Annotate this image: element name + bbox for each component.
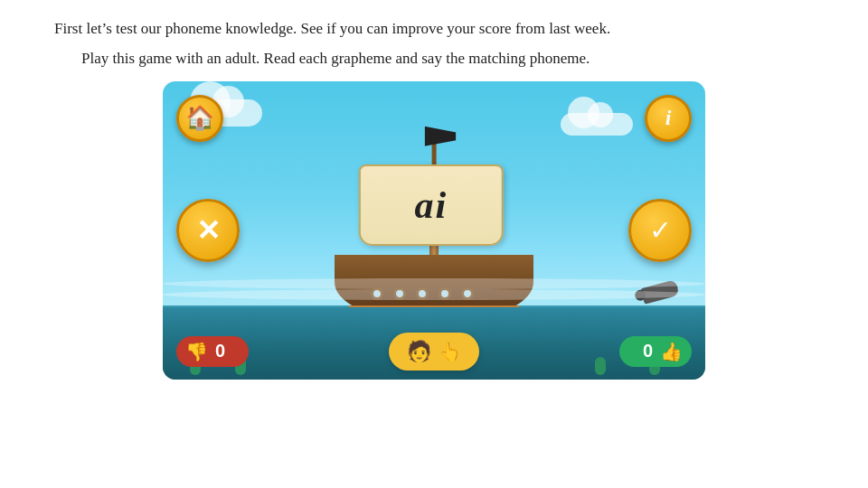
- help-person-icon: 🧑: [407, 340, 431, 363]
- home-button[interactable]: 🏠: [176, 95, 223, 142]
- page-container: First let’s test our phoneme knowledge. …: [0, 0, 868, 488]
- game-wrapper: 🏠 i ✕ ✓ ai: [163, 81, 705, 380]
- game-scene: 🏠 i ✕ ✓ ai: [163, 81, 705, 380]
- score-good-value: 0: [643, 341, 653, 361]
- sail: ai: [359, 164, 504, 246]
- help-hand-icon: 👆: [439, 341, 461, 362]
- info-icon: i: [665, 106, 672, 130]
- score-bad-value: 0: [215, 341, 225, 361]
- score-bad-container: 👎 0: [176, 336, 249, 367]
- home-icon: 🏠: [185, 104, 214, 132]
- ship-flag: [425, 127, 457, 146]
- thumbs-up-icon: 👍: [660, 341, 683, 362]
- intro-line1: First let’s test our phoneme knowledge. …: [54, 16, 814, 42]
- wave-2: [163, 289, 705, 300]
- correct-button[interactable]: ✓: [628, 199, 692, 262]
- check-icon: ✓: [649, 214, 672, 246]
- thumbs-down-icon: 👎: [185, 341, 208, 362]
- info-button[interactable]: i: [645, 95, 692, 142]
- bottom-bar: 👎 0 🧑 👆 0 👍: [163, 333, 705, 371]
- intro-text: First let’s test our phoneme knowledge. …: [54, 16, 814, 72]
- help-button[interactable]: 🧑 👆: [389, 333, 479, 371]
- intro-line2: Play this game with an adult. Read each …: [54, 46, 814, 72]
- cloud-right: [561, 113, 633, 136]
- score-good-container: 0 👍: [619, 336, 692, 367]
- wave-1: [163, 278, 705, 289]
- wrong-button[interactable]: ✕: [176, 199, 240, 262]
- ocean-waves: [163, 271, 705, 307]
- x-icon: ✕: [196, 213, 221, 248]
- grapheme-display: ai: [414, 183, 448, 227]
